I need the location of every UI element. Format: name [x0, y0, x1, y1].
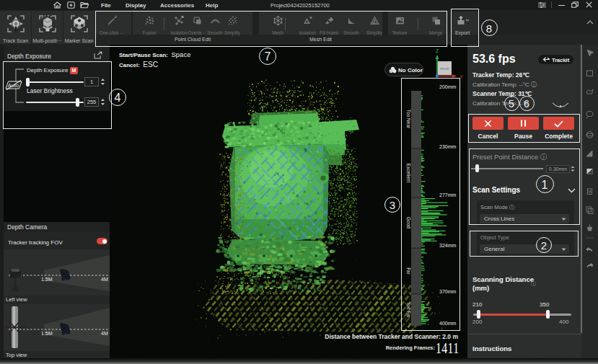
svg-text:1.5M: 1.5M	[41, 277, 53, 282]
svg-text:Z: Z	[436, 48, 439, 53]
svg-text:FRONT: FRONT	[440, 68, 449, 71]
svg-text:4M: 4M	[101, 277, 108, 282]
svg-text:4M: 4M	[101, 331, 108, 336]
svg-text:1.5M: 1.5M	[41, 331, 53, 336]
